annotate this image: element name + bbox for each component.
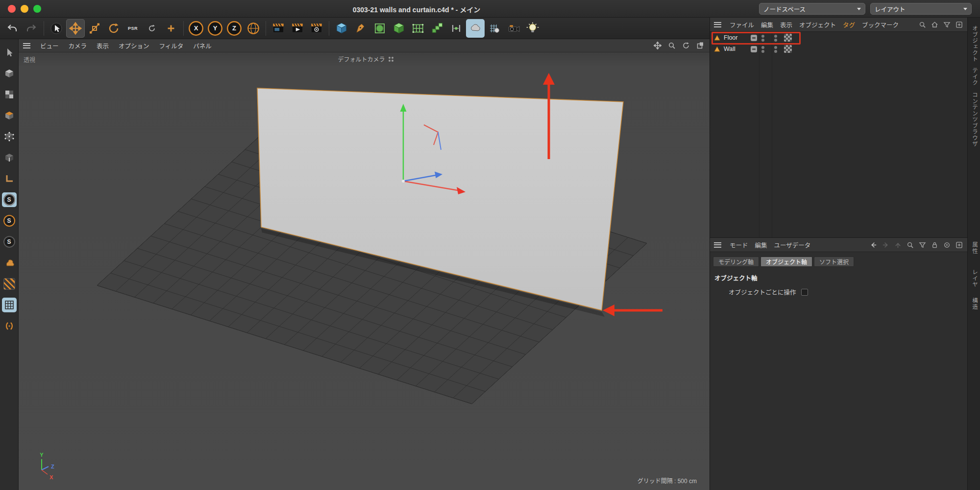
viewport-menu-filter[interactable]: フィルタ	[154, 41, 189, 50]
ik-mode-button[interactable]	[2, 319, 17, 333]
snap-settings-button[interactable]: S	[2, 234, 17, 249]
texture-axis-button[interactable]	[2, 277, 17, 291]
redo-button[interactable]	[22, 19, 41, 38]
viewport-menu-panel[interactable]: パネル	[188, 41, 217, 50]
coordinate-system-button[interactable]	[244, 19, 263, 38]
snap-toggle-button[interactable]: S	[2, 192, 17, 207]
forward-arrow-icon[interactable]	[881, 240, 890, 249]
om-menu-tags[interactable]: タグ	[839, 20, 858, 29]
volume-builder-button[interactable]	[466, 19, 485, 38]
render-settings-button[interactable]	[307, 19, 326, 38]
add-tool-button[interactable]	[162, 19, 180, 38]
live-selection-tool-button[interactable]	[47, 19, 66, 38]
add-panel-icon[interactable]	[955, 20, 963, 29]
object-manager-menu-icon[interactable]	[714, 22, 721, 27]
viewport-menu-icon[interactable]	[23, 43, 30, 48]
per-object-checkbox[interactable]	[801, 289, 808, 296]
fields-button[interactable]	[447, 19, 466, 38]
add-panel-icon[interactable]	[955, 240, 963, 249]
home-icon[interactable]	[930, 20, 939, 29]
grid-snap-button[interactable]	[2, 298, 17, 312]
side-tab-takes[interactable]: テイク	[971, 68, 979, 86]
tab-object-axis[interactable]: オブジェクト軸	[760, 257, 812, 267]
texture-tag-icon[interactable]	[784, 45, 792, 53]
clone-array-button[interactable]	[428, 19, 446, 38]
viewport-menu-view[interactable]: ビュー	[35, 41, 64, 50]
om-menu-bookmarks[interactable]: ブックマーク	[858, 20, 902, 29]
am-menu-userdata[interactable]: ユーザデータ	[771, 240, 814, 250]
om-menu-view[interactable]: 表示	[777, 20, 796, 29]
side-tab-content-browser[interactable]: コンテンツブラウザ	[971, 92, 979, 147]
object-row-floor[interactable]: Floor	[710, 32, 818, 44]
object-name[interactable]: Wall	[724, 46, 735, 52]
up-arrow-icon[interactable]	[893, 240, 902, 249]
axis-mode-button[interactable]	[2, 171, 17, 186]
last-tool-button[interactable]	[143, 19, 161, 38]
paint-mode-button[interactable]	[2, 256, 17, 270]
visibility-dots[interactable]	[761, 34, 764, 43]
undo-button[interactable]	[3, 19, 22, 38]
spline-pen-button[interactable]	[351, 19, 370, 38]
maximize-view-button[interactable]	[695, 41, 705, 50]
side-tab-structure[interactable]: 構造	[971, 298, 979, 310]
minimize-window-button[interactable]	[21, 5, 28, 13]
texture-mode-button[interactable]	[2, 87, 17, 102]
lock-y-axis-button[interactable]: Y	[206, 19, 224, 38]
tab-soft-selection[interactable]: ソフト選択	[814, 257, 854, 267]
snap-mode-button[interactable]: S	[2, 213, 17, 228]
lock-z-axis-button[interactable]: Z	[225, 19, 244, 38]
attribute-manager-menu-icon[interactable]	[714, 242, 721, 248]
zoom-view-button[interactable]	[667, 41, 677, 50]
generator-button[interactable]	[390, 19, 408, 38]
close-window-button[interactable]	[8, 5, 16, 13]
psr-reset-button[interactable]: PSR	[123, 19, 142, 38]
filter-icon[interactable]	[918, 240, 927, 249]
deformer-button[interactable]	[409, 19, 427, 38]
edit-badge-icon[interactable]	[751, 35, 757, 41]
visibility-dots[interactable]	[761, 45, 764, 54]
side-tab-attributes[interactable]: 属性	[971, 242, 979, 254]
light-button[interactable]	[523, 19, 542, 38]
points-mode-button[interactable]	[2, 129, 17, 144]
side-tab-objects[interactable]: オブジェクト	[971, 25, 979, 62]
render-view-button[interactable]	[269, 19, 288, 38]
search-icon[interactable]	[906, 240, 914, 249]
model-mode-button[interactable]	[2, 66, 17, 81]
object-row-wall[interactable]: Wall	[710, 44, 818, 55]
lock-x-axis-button[interactable]: X	[187, 19, 205, 38]
edit-badge-icon[interactable]	[751, 46, 757, 52]
layout-dropdown[interactable]: レイアウト	[870, 3, 972, 15]
convert-button[interactable]	[2, 45, 17, 60]
om-menu-file[interactable]: ファイル	[726, 20, 758, 29]
lock-icon[interactable]	[930, 240, 939, 249]
om-menu-edit[interactable]: 編集	[758, 20, 777, 29]
search-icon[interactable]	[918, 20, 927, 29]
back-arrow-icon[interactable]	[869, 240, 878, 249]
edges-mode-button[interactable]	[2, 150, 17, 165]
side-tab-layers[interactable]: レイヤ	[971, 269, 979, 288]
enable-dots[interactable]	[774, 34, 777, 43]
enable-dots[interactable]	[774, 45, 777, 54]
am-menu-edit[interactable]: 編集	[752, 240, 771, 250]
simulation-button[interactable]	[485, 19, 504, 38]
texture-tag-icon[interactable]	[784, 34, 792, 42]
camera-dots-icon[interactable]	[389, 57, 391, 59]
pan-view-button[interactable]	[653, 41, 662, 50]
object-name[interactable]: Floor	[724, 34, 737, 41]
target-icon[interactable]	[942, 240, 951, 249]
rotate-view-button[interactable]	[681, 41, 691, 50]
subdivision-surface-button[interactable]	[370, 19, 389, 38]
scale-tool-button[interactable]	[85, 19, 104, 38]
camera-button[interactable]	[504, 19, 523, 38]
workplane-mode-button[interactable]	[2, 108, 17, 123]
move-tool-button[interactable]	[66, 19, 85, 38]
am-menu-mode[interactable]: モード	[726, 240, 752, 250]
render-to-picture-viewer-button[interactable]	[288, 19, 307, 38]
zoom-window-button[interactable]	[33, 5, 41, 13]
filter-icon[interactable]	[942, 20, 951, 29]
tab-modeling-axis[interactable]: モデリング軸	[713, 257, 759, 267]
viewport-menu-display[interactable]: 表示	[92, 41, 114, 50]
viewport-menu-options[interactable]: オプション	[114, 41, 154, 50]
rotate-tool-button[interactable]	[104, 19, 123, 38]
viewport-canvas[interactable]: Y Z X 透視 デフォルトカメラ グリッド間隔 : 500 cm	[19, 52, 710, 490]
